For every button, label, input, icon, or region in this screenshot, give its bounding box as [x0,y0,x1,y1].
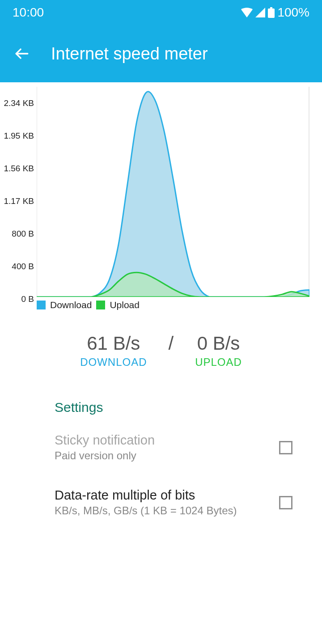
page-title: Internet speed meter [51,44,208,64]
download-label: DOWNLOAD [80,356,147,369]
cell-signal-icon [255,8,265,17]
y-tick: 0 B [21,294,34,304]
checkbox-sticky-notification[interactable] [279,441,292,454]
setting-title: Data-rate multiple of bits [55,488,237,503]
readout-separator: / [168,333,174,354]
setting-subtitle: Paid version only [55,449,155,462]
speed-readout: 61 B/s DOWNLOAD / 0 B/s UPLOAD [0,333,322,369]
upload-value: 0 B/s [195,333,242,354]
upload-label: UPLOAD [195,356,242,369]
setting-data-rate-bits[interactable]: Data-rate multiple of bits KB/s, MB/s, G… [55,488,322,517]
y-tick: 2.34 KB [4,98,34,108]
legend-download-swatch [37,301,46,309]
checkbox-data-rate-bits[interactable] [279,496,292,509]
speed-chart: 2.34 KB 1.95 KB 1.56 KB 1.17 KB 800 B 40… [0,82,322,315]
legend-upload-swatch [96,301,105,309]
status-time: 10:00 [13,5,44,20]
setting-subtitle: KB/s, MB/s, GB/s (1 KB = 1024 Bytes) [55,504,237,517]
back-button[interactable] [14,46,30,61]
chart-plot-area [37,87,309,297]
upload-readout: 0 B/s UPLOAD [195,333,242,369]
svg-rect-0 [270,7,272,8]
y-tick: 1.17 KB [4,196,34,206]
chart-y-axis: 2.34 KB 1.95 KB 1.56 KB 1.17 KB 800 B 40… [0,82,37,301]
legend-upload-label: Upload [110,300,140,310]
legend-download-label: Download [50,300,92,310]
y-tick: 1.95 KB [4,131,34,141]
battery-icon [268,7,275,18]
wifi-icon [241,8,253,17]
download-readout: 61 B/s DOWNLOAD [80,333,147,369]
svg-rect-1 [268,8,275,18]
settings-header: Settings [55,400,322,415]
y-tick: 800 B [12,229,34,239]
y-tick: 400 B [12,262,34,271]
setting-sticky-notification[interactable]: Sticky notification Paid version only [55,433,322,462]
settings-section: Settings Sticky notification Paid versio… [0,400,322,517]
app-bar: Internet speed meter [0,25,322,82]
status-right: 100% [241,5,309,20]
status-bar: 10:00 100% [0,0,322,25]
battery-percent: 100% [277,5,309,20]
download-value: 61 B/s [80,333,147,354]
chart-legend: Download Upload [37,300,140,310]
setting-title: Sticky notification [55,433,155,448]
y-tick: 1.56 KB [4,164,34,174]
